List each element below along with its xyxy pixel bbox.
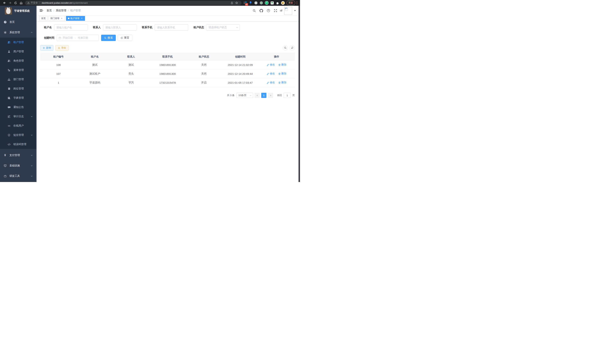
avatar-dropdown-caret[interactable] bbox=[294, 10, 296, 12]
sidebar-item-dev-tools[interactable]: 研发工具 bbox=[0, 171, 37, 181]
extension-flag-icon[interactable] bbox=[270, 1, 274, 5]
toggle-search-button[interactable] bbox=[283, 45, 288, 50]
sidebar-toggle-icon[interactable] bbox=[38, 7, 45, 14]
close-icon[interactable]: × bbox=[60, 17, 63, 20]
sidebar-item-notice[interactable]: 通知公告 bbox=[0, 103, 37, 112]
current-page[interactable]: 1 bbox=[261, 93, 266, 98]
edit-log-icon bbox=[7, 115, 10, 118]
add-button[interactable]: 新增 bbox=[40, 45, 53, 51]
address-bar[interactable]: 不安全 dashboard.yudao.iocoder.cn/system/te… bbox=[25, 1, 241, 5]
table-row: 108 测试 测试 15601691300 关闭 2021-12-14 21:0… bbox=[40, 60, 295, 69]
message-icon bbox=[7, 106, 10, 109]
browser-menu-icon[interactable] bbox=[297, 1, 297, 4]
tenant-page: 租户名 联系人 联系手机 租户状态 请选择租户状态 bbox=[37, 21, 299, 182]
edit-icon bbox=[267, 82, 269, 84]
contact-input[interactable] bbox=[103, 24, 137, 31]
extension-command-icon[interactable] bbox=[254, 1, 258, 5]
help-icon[interactable] bbox=[266, 8, 271, 13]
refresh-table-button[interactable] bbox=[290, 45, 295, 50]
date-range-picker[interactable]: 开始日期 - 结束日期 bbox=[56, 35, 99, 41]
extension-y-icon[interactable]: Y bbox=[265, 1, 269, 5]
close-icon[interactable]: × bbox=[81, 17, 83, 20]
sidebar-item-dict[interactable]: 字典管理 bbox=[0, 93, 37, 103]
chevron-down-icon bbox=[236, 26, 238, 28]
broken-image-icon bbox=[285, 7, 288, 10]
delete-link[interactable]: 删除 bbox=[278, 63, 286, 66]
sidebar-item-infra[interactable]: 基础设施 bbox=[0, 160, 37, 171]
extension-balloon-icon[interactable] bbox=[249, 1, 253, 5]
back-icon[interactable] bbox=[2, 0, 7, 5]
sidebar-menu: 首页 系统管理 租户管理 用户管理 bbox=[0, 17, 37, 181]
sidebar-item-label: 短信管理 bbox=[13, 133, 31, 137]
search-button[interactable]: 搜索 bbox=[101, 35, 116, 41]
delete-link[interactable]: 删除 bbox=[278, 81, 286, 84]
reload-icon[interactable] bbox=[13, 0, 18, 5]
status-select-placeholder: 请选择租户状态 bbox=[208, 26, 236, 29]
tag-label: 租户管理 bbox=[71, 17, 79, 20]
shield-check-icon bbox=[7, 134, 10, 137]
app-logo[interactable]: 芋道管理系统 bbox=[0, 6, 37, 16]
fullscreen-icon[interactable] bbox=[273, 8, 278, 13]
toolbox-icon bbox=[3, 175, 7, 178]
cell-actions: 修改 删除 bbox=[258, 78, 295, 87]
breadcrumb-home[interactable]: 首页 bbox=[47, 9, 52, 12]
github-icon[interactable] bbox=[259, 8, 264, 13]
sidebar-item-pay[interactable]: ¥ 支付管理 bbox=[0, 150, 37, 160]
chrome-update-button[interactable]: 更新 bbox=[286, 0, 295, 5]
cell-created: 2021-01-05 17:03:47 bbox=[222, 78, 258, 87]
col-contact: 联系人 bbox=[113, 53, 149, 60]
bookmark-star-icon[interactable] bbox=[234, 1, 239, 5]
sidebar-item-error-code[interactable]: 错误码管理 bbox=[0, 140, 37, 149]
sidebar-item-role[interactable]: 角色管理 bbox=[0, 56, 37, 65]
page-size-select[interactable]: 10条/页 bbox=[236, 93, 253, 98]
sidebar-item-dept[interactable]: 部门管理 bbox=[0, 75, 37, 84]
home-icon[interactable] bbox=[18, 0, 24, 5]
mobile-input[interactable] bbox=[155, 24, 188, 31]
refresh-icon bbox=[291, 47, 293, 49]
sidebar-item-post[interactable]: 岗位管理 bbox=[0, 84, 37, 93]
profile-avatar-icon[interactable] bbox=[281, 1, 285, 5]
security-chip[interactable]: 不安全 bbox=[27, 1, 38, 4]
user-icon bbox=[7, 50, 10, 53]
sidebar-item-label: 用户管理 bbox=[13, 50, 34, 53]
edit-link[interactable]: 修改 bbox=[267, 81, 275, 84]
download-icon bbox=[58, 47, 60, 49]
extension-badge: 10 bbox=[245, 3, 248, 6]
export-button[interactable]: 导出 bbox=[55, 45, 69, 51]
sidebar-item-user[interactable]: 用户管理 bbox=[0, 47, 37, 56]
forward-icon[interactable] bbox=[7, 0, 13, 5]
reset-button[interactable]: 重置 bbox=[118, 35, 132, 41]
header-search-icon[interactable] bbox=[252, 8, 257, 13]
breadcrumb-separator: / bbox=[53, 9, 54, 12]
sidebar-item-label: 研发工具 bbox=[9, 174, 31, 178]
extensions-puzzle-icon[interactable] bbox=[275, 1, 280, 5]
next-page-button[interactable] bbox=[268, 93, 273, 98]
edit-link[interactable]: 修改 bbox=[267, 72, 275, 75]
col-created: 创建时间 bbox=[222, 53, 258, 60]
mobile-label: 联系手机 bbox=[142, 26, 152, 29]
share-icon[interactable] bbox=[229, 1, 234, 5]
page-size-value: 10条/页 bbox=[238, 94, 250, 97]
tag-dept[interactable]: 部门管理 × bbox=[49, 16, 65, 21]
sidebar-scrollbar[interactable] bbox=[36, 6, 37, 182]
prev-page-button[interactable] bbox=[254, 93, 260, 98]
sidebar-item-home[interactable]: 首页 bbox=[0, 17, 37, 27]
sidebar-item-tenant[interactable]: 租户管理 bbox=[0, 38, 37, 47]
edit-link[interactable]: 修改 bbox=[267, 63, 275, 66]
tenant-name-input[interactable] bbox=[54, 24, 88, 31]
extension-record-icon[interactable] bbox=[259, 1, 263, 5]
font-size-icon[interactable]: TT bbox=[280, 9, 282, 12]
end-date-placeholder: 结束日期 bbox=[78, 36, 88, 39]
tag-home[interactable]: 首页 bbox=[39, 16, 47, 21]
sidebar-item-sms[interactable]: 短信管理 bbox=[0, 131, 37, 140]
sidebar-item-menu[interactable]: 菜单管理 bbox=[0, 65, 37, 75]
goto-page-input[interactable] bbox=[283, 93, 291, 98]
status-select[interactable]: 请选择租户状态 bbox=[206, 24, 240, 31]
tag-tenant[interactable]: 租户管理 × bbox=[66, 16, 85, 21]
delete-link[interactable]: 删除 bbox=[278, 72, 286, 75]
sidebar-item-system[interactable]: 系统管理 bbox=[0, 27, 37, 38]
sidebar-item-online-user[interactable]: 在线用户 bbox=[0, 121, 37, 131]
extension-tabs-icon[interactable]: 10 bbox=[243, 1, 247, 5]
user-avatar[interactable] bbox=[284, 7, 292, 15]
sidebar-item-audit-log[interactable]: 审计日志 bbox=[0, 112, 37, 121]
